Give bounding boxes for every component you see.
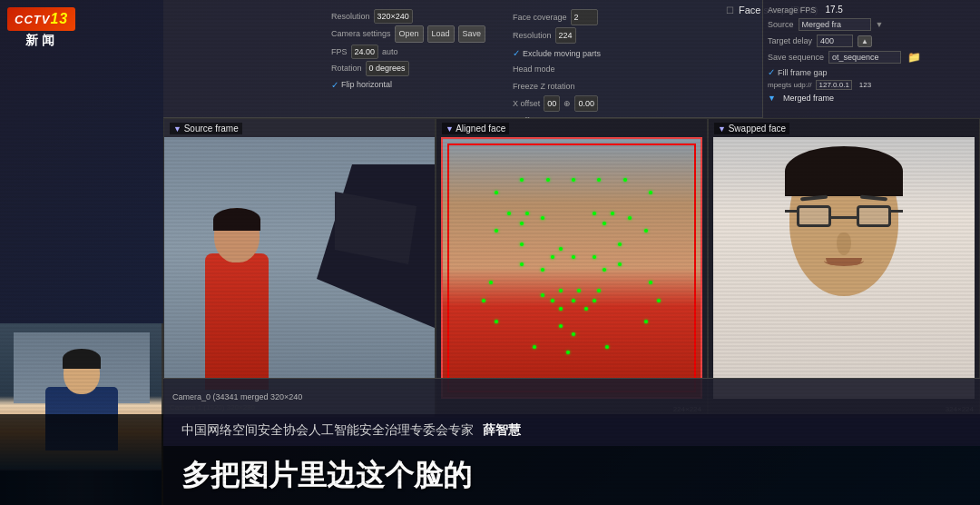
main-subtitle: 多把图片里边这个脸的: [163, 451, 980, 500]
avg-fps-label: Average FPS: [768, 5, 816, 15]
x-offset-label: X offset: [513, 96, 540, 111]
save-seq-input[interactable]: ot_sequence: [828, 51, 901, 64]
mpegts-label: mpegts udp://: [768, 81, 811, 89]
middle-controls: Face coverage 2 Resolution 224 ✓ Exclude…: [508, 5, 708, 134]
open-btn[interactable]: Open: [395, 25, 424, 42]
swapped-face-bg: [713, 137, 975, 399]
xinwen-label: 新闻: [7, 33, 75, 49]
fill-gap-check: ✓: [768, 67, 775, 77]
cctv-text: CCTV13: [15, 12, 68, 26]
software-top-controls: Resolution 320×240 Camera settings Open …: [163, 0, 980, 118]
facial-landmarks: [443, 139, 701, 397]
software-status-bar: Camera_0 (34341 merged 320×240: [163, 378, 980, 414]
expand-icon: ▼: [768, 94, 776, 103]
left-controls: Resolution 320×240 Camera settings Open …: [327, 5, 508, 97]
resolution-label: Resolution: [331, 10, 370, 23]
resolution2-value: 224: [555, 27, 576, 44]
x-offset-value2: 0.00: [574, 95, 598, 112]
source-label: Source: [768, 20, 794, 29]
rotation-label: Rotation: [331, 62, 362, 74]
swapped-face-label: ▼ Swapped face: [714, 123, 789, 134]
rotation-value: 0 degrees: [366, 61, 409, 75]
resolution-value: 320×240: [374, 9, 413, 24]
right-panel: Average FPS 17.5 Source Merged fra ▼ Tar…: [762, 0, 980, 118]
swapped-face-panel: ▼ Swapped face: [708, 118, 980, 418]
delay-up-btn[interactable]: ▲: [858, 35, 872, 47]
face-coverage-label: Face coverage: [513, 10, 567, 25]
head-mode-label: Head mode: [513, 62, 555, 76]
face-coverage-value: 2: [571, 9, 598, 25]
aligned-face-panel: ▼ Aligned face: [436, 118, 708, 418]
target-delay-label: Target delay: [768, 36, 812, 45]
aligned-face-label: ▼ Aligned face: [442, 123, 509, 134]
freeze-z-label: Freeze Z rotation: [513, 79, 575, 94]
name-bar: 中国网络空间安全协会人工智能安全治理专委会专家 薛智慧: [163, 414, 980, 446]
x-offset-value: 00: [544, 95, 560, 112]
fill-gap-label: Fill frame gap: [778, 68, 828, 77]
merged-dim-status: Camera_0 (34341 merged 320×240: [172, 392, 302, 401]
org-text: 中国网络空间安全协会人工智能安全治理专委会专家: [181, 422, 474, 439]
fps-label: FPS: [331, 45, 348, 58]
flip-label: Flip horizontal: [341, 78, 392, 91]
save-seq-label: Save sequence: [768, 53, 824, 62]
subtitle-bar: 中国网络空间安全协会人工智能安全治理专委会专家 薛智慧 多把图片里边这个脸的: [0, 414, 980, 505]
subtitle-chinese: 多把图片里边这个脸的: [181, 456, 472, 496]
merged-frame-label: Merged frame: [783, 94, 834, 103]
face-swap-checkbox[interactable]: ☐: [726, 5, 734, 15]
aligned-face-bg: [441, 137, 702, 399]
load-btn[interactable]: Load: [427, 25, 455, 42]
target-delay-input[interactable]: 400: [817, 35, 853, 47]
source-frame-panel: ▼ Source frame Camera 1 (1920) 320×280: [163, 118, 436, 418]
source-frame-label: ▼ Source frame: [170, 123, 242, 134]
ip-address: 127.0.0.1: [816, 80, 851, 90]
save-btn[interactable]: Save: [458, 25, 486, 42]
person-name: 薛智慧: [483, 422, 521, 439]
avg-fps-value: 17.5: [825, 5, 842, 15]
resolution2-label: Resolution: [513, 28, 552, 43]
source-input[interactable]: Merged fra: [799, 18, 871, 31]
auto-label: auto: [382, 45, 398, 58]
cctv-logo: CCTV13 新闻: [7, 7, 75, 49]
exclude-moving-label: Exclude moving parts: [523, 46, 601, 61]
flip-check: ✓: [331, 78, 338, 93]
fps-value: 24.00: [351, 45, 379, 59]
camera-settings-label: Camera settings: [331, 27, 391, 40]
face-panels-container: ▼ Source frame Camera 1 (1920) 320×280 ▼…: [163, 118, 980, 418]
exclude-check: ✓: [513, 45, 520, 62]
port-value: 123: [859, 81, 871, 89]
